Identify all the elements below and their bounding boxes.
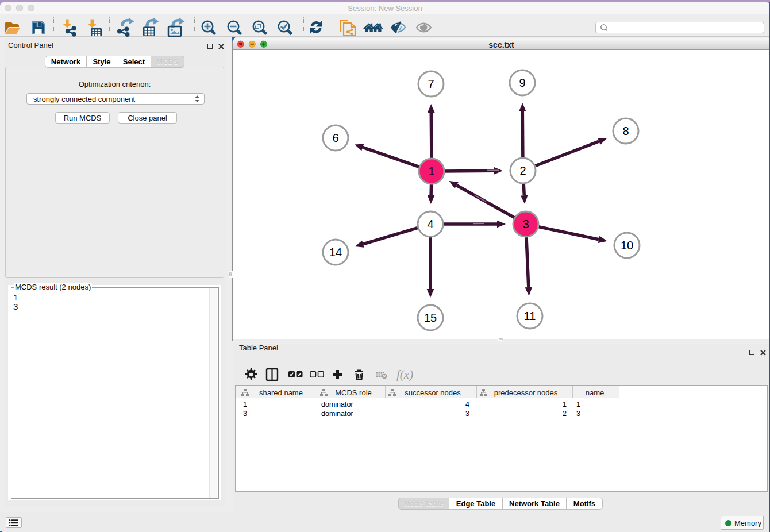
svg-text:shared name: shared name	[259, 388, 303, 397]
svg-text:name: name	[586, 388, 605, 397]
svg-text:1: 1	[428, 165, 434, 178]
svg-text:11: 11	[524, 310, 536, 322]
svg-text:7: 7	[428, 78, 434, 90]
svg-text:predecessor nodes: predecessor nodes	[494, 388, 558, 397]
svg-text:successor nodes: successor nodes	[405, 388, 461, 397]
svg-text:9: 9	[519, 76, 525, 89]
svg-text:3: 3	[522, 218, 529, 230]
svg-text:8: 8	[622, 125, 629, 137]
svg-text:2: 2	[519, 164, 526, 177]
svg-text:6: 6	[332, 132, 338, 144]
svg-text:10: 10	[621, 239, 633, 252]
svg-text:MCDS role: MCDS role	[335, 388, 372, 397]
svg-text:4: 4	[427, 218, 433, 230]
svg-text:14: 14	[329, 246, 342, 259]
svg-text:15: 15	[424, 311, 437, 324]
svg-text:f(x): f(x)	[396, 368, 413, 381]
